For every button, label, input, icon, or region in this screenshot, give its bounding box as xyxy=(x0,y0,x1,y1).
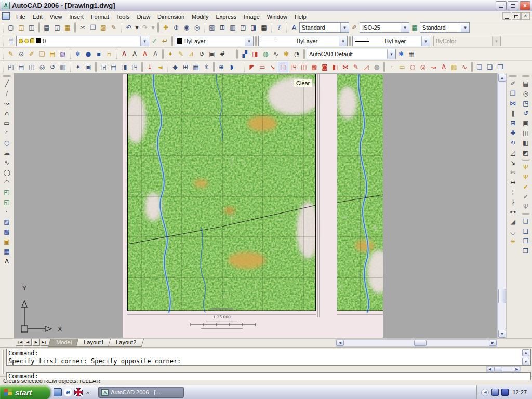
line-icon[interactable]: ╱ xyxy=(1,78,12,88)
rem-donut-icon[interactable]: ◎ xyxy=(418,62,428,72)
lineweight-select[interactable]: ByLayer ▾ xyxy=(352,36,430,46)
internet-explorer-icon[interactable]: e xyxy=(64,388,72,396)
command-alias-icon[interactable]: ◔ xyxy=(291,49,302,59)
toolbar-grip[interactable] xyxy=(509,75,517,77)
command-input[interactable]: Command: xyxy=(6,372,531,380)
scroll-down-icon[interactable]: ▼ xyxy=(522,358,529,365)
table-icon[interactable]: ▦ xyxy=(1,246,12,256)
designcenter-icon[interactable]: ⊞ xyxy=(217,22,228,33)
menu-dimension[interactable]: Dimension xyxy=(154,12,188,21)
markup-manager-icon[interactable]: ◨ xyxy=(248,22,259,33)
draw-order-above-icon[interactable]: ❐ xyxy=(520,236,531,246)
tray-icon-1[interactable] xyxy=(491,389,499,396)
bias-icon[interactable]: ◙ xyxy=(320,62,330,72)
chevron-down-icon[interactable]: ▾ xyxy=(421,36,430,46)
rem-rect-icon[interactable]: ▭ xyxy=(397,62,407,72)
image-select-icon[interactable]: ▣ xyxy=(83,62,94,72)
layer-manager-icon[interactable]: ✎ xyxy=(6,49,16,59)
express-wizard-icon[interactable]: ✱ xyxy=(281,49,291,59)
tray-chevron-icon[interactable]: ◀ xyxy=(481,389,489,396)
text-fit-icon[interactable]: A xyxy=(119,49,129,59)
rem-point-icon[interactable]: · xyxy=(387,62,397,72)
chevron-down-icon[interactable]: ▾ xyxy=(401,23,409,32)
image-adjust-icon[interactable]: ▤ xyxy=(520,78,531,88)
prev-tab-icon[interactable]: ◀ xyxy=(24,339,32,346)
erase-icon[interactable]: ✐ xyxy=(507,78,518,88)
mdi-restore-button[interactable] xyxy=(512,12,521,20)
last-tab-icon[interactable]: ▶❙ xyxy=(41,339,48,346)
restore-button[interactable] xyxy=(508,1,518,10)
chevron-down-icon[interactable]: ▾ xyxy=(461,23,469,32)
scroll-up-icon[interactable]: ▲ xyxy=(522,349,529,356)
vectorize-multi-icon[interactable]: ✔ xyxy=(520,192,531,202)
unlock-layer-icon[interactable]: ▫ xyxy=(104,49,114,59)
draw-order-front-icon[interactable]: ❏ xyxy=(520,216,531,226)
dimstyle-export-icon[interactable]: ▞ xyxy=(240,49,250,59)
minimize-button[interactable] xyxy=(496,1,507,10)
crop-image-icon[interactable]: ▤ xyxy=(109,62,119,72)
menu-tools[interactable]: Tools xyxy=(113,12,134,21)
publish-icon[interactable]: ▦ xyxy=(62,22,73,33)
menu-draw[interactable]: Draw xyxy=(133,12,154,21)
break-icon[interactable]: ∤ xyxy=(507,197,518,207)
polygon-icon[interactable]: ⌂ xyxy=(1,108,12,118)
toolbar-grip[interactable] xyxy=(349,36,351,46)
copy-to-layer-icon[interactable]: ❏ xyxy=(37,49,47,59)
image-info-icon[interactable]: ◩ xyxy=(520,148,531,157)
rubbersheet-diag-icon[interactable]: ↘ xyxy=(268,62,278,72)
scroll-left-icon[interactable]: ◀ xyxy=(487,367,493,371)
move-icon[interactable]: ✚ xyxy=(507,128,518,138)
trim-icon[interactable]: ✄ xyxy=(507,167,518,177)
deskew-icon[interactable]: ◿ xyxy=(361,62,371,72)
circle-icon[interactable]: ○ xyxy=(1,138,12,148)
scrollbar-thumb[interactable] xyxy=(498,289,506,303)
command-horizontal-scrollbar[interactable]: ◀ ▶ xyxy=(486,366,521,372)
zoom-previous-icon[interactable]: ◎ xyxy=(192,22,202,33)
language-flag-icon[interactable] xyxy=(74,388,83,396)
scroll-right-icon[interactable]: ▶ xyxy=(489,340,497,346)
vectorize-gray-icon[interactable]: Ψ xyxy=(520,202,531,211)
layer-match-icon[interactable]: ✐ xyxy=(26,49,37,59)
modify-text-icon[interactable]: ✎ xyxy=(176,49,186,59)
menu-file[interactable]: File xyxy=(12,12,29,21)
ellipse-arc-icon[interactable]: ◠ xyxy=(1,177,12,187)
toolbar-grip[interactable] xyxy=(3,62,4,72)
scroll-right-icon[interactable]: ▶ xyxy=(514,367,520,371)
help-icon[interactable]: ? xyxy=(274,22,284,33)
chevron-down-icon[interactable]: ▾ xyxy=(245,36,253,46)
lock-layer-icon[interactable]: ▪ xyxy=(94,49,104,59)
extend-icon[interactable]: ↦ xyxy=(507,177,518,187)
image-manager-icon[interactable]: ▥ xyxy=(58,62,68,72)
rem-hatch-icon[interactable]: ▨ xyxy=(449,62,459,72)
linetype-select[interactable]: ByLayer ▾ xyxy=(258,36,348,46)
layer-select[interactable]: 0 ▾ xyxy=(16,36,149,46)
menu-express[interactable]: Express xyxy=(212,12,240,21)
chevron-down-icon[interactable]: ▾ xyxy=(387,49,395,59)
rem-text-icon[interactable]: A xyxy=(438,62,449,72)
fillet-icon[interactable]: ◡ xyxy=(507,227,518,236)
layer-merge-icon[interactable]: ▧ xyxy=(58,49,68,59)
command-window-grip[interactable] xyxy=(2,350,4,374)
draw-order-back-icon[interactable]: ❑ xyxy=(520,226,531,236)
new-icon[interactable]: ▢ xyxy=(6,22,16,33)
layer-previous-icon[interactable]: ↩ xyxy=(159,36,170,46)
grid-style-icon[interactable]: ⊞ xyxy=(180,62,191,72)
image-frame-icon[interactable]: ▤ xyxy=(16,62,26,72)
rem-clear-icon[interactable]: ▢ xyxy=(278,62,288,72)
image-compare-icon[interactable]: ◧ xyxy=(520,138,531,148)
menu-window[interactable]: Window xyxy=(263,12,291,21)
open-icon[interactable]: ◱ xyxy=(16,22,26,33)
toolbar-grip[interactable] xyxy=(3,22,4,33)
insert-block-icon[interactable]: ◰ xyxy=(1,187,12,197)
command-history[interactable]: Command: Specify first corner: Specify o… xyxy=(6,349,531,366)
scrollbar-thumb[interactable] xyxy=(494,367,502,371)
first-tab-icon[interactable]: ❙◀ xyxy=(16,339,23,346)
explode-attributes-icon[interactable]: ✳ xyxy=(201,62,211,72)
text-style-icon[interactable]: A xyxy=(289,22,299,33)
vectorize-poly-icon[interactable]: Ψ xyxy=(520,172,531,182)
plot-icon[interactable]: ▤ xyxy=(42,22,52,33)
rem-circle-icon[interactable]: ○ xyxy=(407,62,418,72)
scroll-down-icon[interactable]: ▼ xyxy=(498,330,506,338)
menu-edit[interactable]: Edit xyxy=(29,12,46,21)
copy-icon[interactable]: ❐ xyxy=(88,22,98,33)
